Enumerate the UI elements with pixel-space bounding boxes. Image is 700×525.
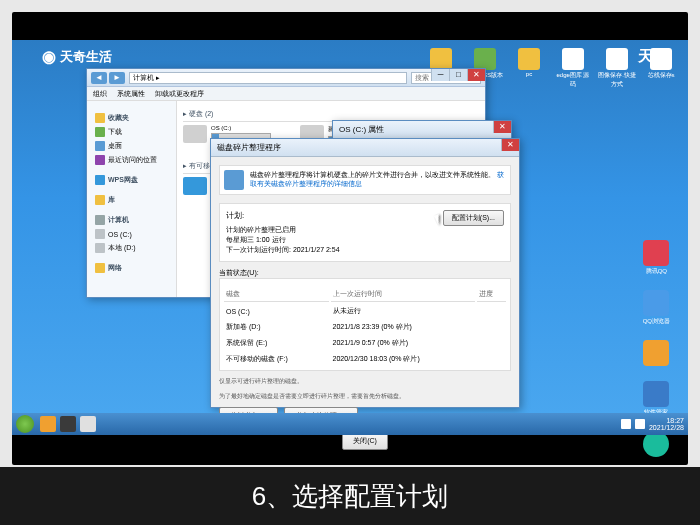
table-row[interactable]: 新加卷 (D:)2021/1/8 23:39 (0% 碎片) [224, 320, 506, 334]
properties-window[interactable]: OS (C:) 属性 ✕ [332, 120, 512, 140]
close-button[interactable]: ✕ [493, 121, 511, 133]
system-tray[interactable]: 18:27 2021/12/28 [621, 417, 684, 431]
app-icon-qq[interactable]: 腾讯QQ [643, 240, 670, 276]
schedule-line: 计划的碎片整理已启用 [226, 225, 504, 235]
sidebar-library[interactable]: 库 [91, 193, 172, 207]
address-bar[interactable]: 计算机 ▸ [129, 72, 407, 84]
cloud-icon[interactable] [183, 177, 207, 195]
sidebar-computer[interactable]: 计算机 [91, 213, 172, 227]
drive-icon [183, 125, 207, 143]
close-button[interactable]: ✕ [467, 69, 485, 81]
clock-time[interactable]: 18:27 [649, 417, 684, 424]
start-button[interactable] [16, 415, 34, 433]
taskbar-item[interactable] [80, 416, 96, 432]
explorer-toolbar: 组织 系统属性 卸载或更改程序 [87, 87, 485, 101]
schedule-section: 配置计划(S)... 计划: 计划的碎片整理已启用 每星期三 1:00 运行 下… [219, 203, 511, 262]
sidebar-network[interactable]: 网络 [91, 261, 172, 275]
brand-corner: 天奇 [638, 47, 668, 66]
defrag-dialog[interactable]: 磁盘碎片整理程序 ✕ 磁盘碎片整理程序将计算机硬盘上的碎片文件进行合并，以改进文… [210, 138, 520, 408]
status-title: 当前状态(U): [219, 268, 511, 278]
configure-schedule-button[interactable]: 配置计划(S)... [443, 210, 504, 226]
desktop-icon[interactable]: edge图库 源码 [554, 48, 592, 89]
nav-back-button[interactable]: ◄ [91, 72, 107, 84]
sidebar-recent[interactable]: 最近访问的位置 [91, 153, 172, 167]
tray-icon[interactable] [621, 419, 631, 429]
desktop-icon[interactable]: pc [510, 48, 548, 89]
schedule-line: 每星期三 1:00 运行 [226, 235, 504, 245]
menu-uninstall[interactable]: 卸载或更改程序 [155, 89, 204, 99]
clock-date: 2021/12/28 [649, 424, 684, 431]
minimize-button[interactable]: ─ [431, 69, 449, 81]
explorer-sidebar: 收藏夹 下载 桌面 最近访问的位置 WPS网盘 库 计算机 OS (C:) 本地… [87, 101, 177, 297]
table-row[interactable]: 系统保留 (E:)2021/1/9 0:57 (0% 碎片) [224, 336, 506, 350]
nav-forward-button[interactable]: ► [109, 72, 125, 84]
sidebar-downloads[interactable]: 下载 [91, 125, 172, 139]
tray-icon[interactable] [635, 419, 645, 429]
dialog-title: 磁盘碎片整理程序 [217, 142, 281, 153]
maximize-button[interactable]: □ [449, 69, 467, 81]
taskbar[interactable]: 18:27 2021/12/28 [12, 413, 688, 435]
dialog-note: 仅显示可进行碎片整理的磁盘。 [219, 377, 511, 386]
menu-organize[interactable]: 组织 [93, 89, 107, 99]
desktop[interactable]: 1月27日 测试CSS版本 pc edge图库 源码 图像保存.快捷方式 芯线保… [12, 40, 688, 435]
desktop-icon[interactable]: 图像保存.快捷方式 [598, 48, 636, 89]
app-icon-qqbrowser[interactable]: QQ浏览器 [643, 290, 670, 326]
menu-props[interactable]: 系统属性 [117, 89, 145, 99]
table-row[interactable]: OS (C:)从未运行 [224, 304, 506, 318]
brand-logo: 天奇生活 [42, 47, 112, 66]
disk-status-table: 磁盘上一次运行时间进度 OS (C:)从未运行 新加卷 (D:)2021/1/8… [222, 285, 508, 368]
sidebar-drive-c[interactable]: OS (C:) [91, 227, 172, 241]
sidebar-drive-d[interactable]: 本地 (D:) [91, 241, 172, 255]
props-title: OS (C:) 属性 [339, 124, 384, 135]
close-button[interactable]: ✕ [501, 139, 519, 151]
taskbar-item[interactable] [60, 416, 76, 432]
dialog-info-banner: 磁盘碎片整理程序将计算机硬盘上的碎片文件进行合并，以改进文件系统性能。 获取有关… [219, 165, 511, 195]
sidebar-favorites[interactable]: 收藏夹 [91, 111, 172, 125]
taskbar-item[interactable] [40, 416, 56, 432]
schedule-line: 下一次计划运行时间: 2021/1/27 2:54 [226, 245, 504, 255]
sidebar-desktop[interactable]: 桌面 [91, 139, 172, 153]
dialog-note: 为了最好地确定磁盘是否需要立即进行碎片整理，需要首先分析磁盘。 [219, 392, 511, 401]
defrag-icon [224, 170, 244, 190]
table-row[interactable]: 不可移动的磁盘 (F:)2020/12/30 18:03 (0% 碎片) [224, 352, 506, 366]
explorer-titlebar[interactable]: ◄ ► 计算机 ▸ ─ □ ✕ [87, 69, 485, 87]
app-icon-tencent-video[interactable] [643, 431, 670, 458]
app-icon-softmgr[interactable]: 软件管家 [643, 381, 670, 417]
sidebar-wps[interactable]: WPS网盘 [91, 173, 172, 187]
video-caption: 6、选择配置计划 [0, 467, 700, 525]
app-icon[interactable] [643, 340, 670, 367]
